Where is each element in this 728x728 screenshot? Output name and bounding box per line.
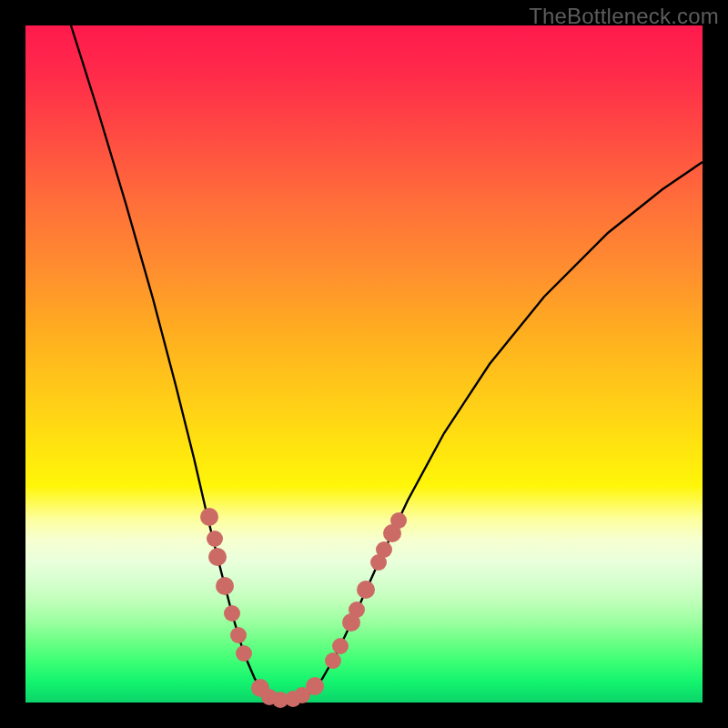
data-point (332, 638, 349, 654)
data-point (216, 577, 234, 595)
data-point (376, 541, 392, 558)
data-point (224, 605, 240, 622)
data-point (357, 581, 375, 599)
data-point (390, 512, 407, 529)
bottleneck-curve (25, 25, 703, 703)
curve-left (71, 25, 280, 702)
data-point (208, 548, 227, 566)
data-point (207, 531, 223, 547)
data-point (349, 602, 365, 618)
data-point (306, 677, 324, 695)
chart-frame: TheBottleneck.com (0, 0, 728, 728)
plot-area (25, 25, 703, 703)
data-point (200, 508, 218, 526)
data-point (230, 627, 247, 643)
data-point (325, 652, 341, 669)
data-point (236, 645, 252, 662)
